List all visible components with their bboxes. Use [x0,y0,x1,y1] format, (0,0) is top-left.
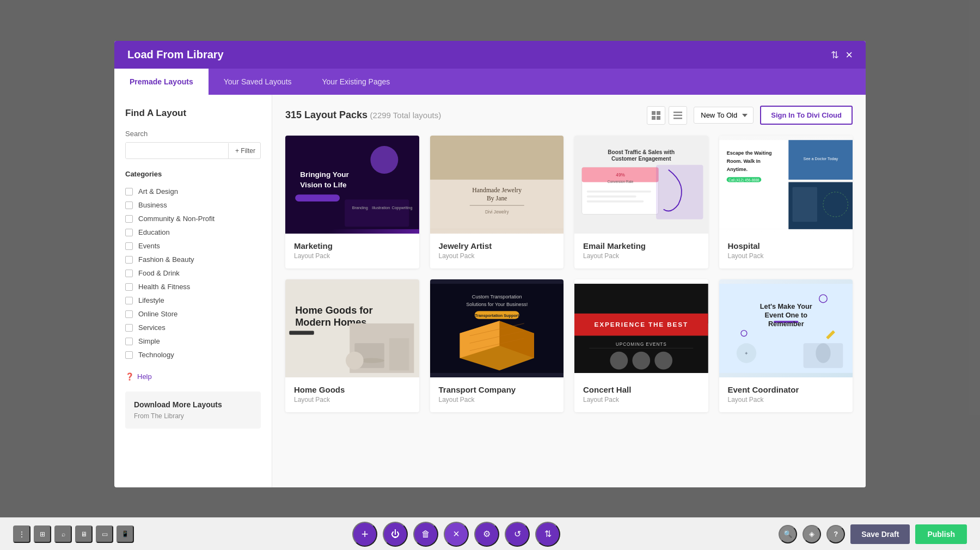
svg-text:Customer Engagement: Customer Engagement [611,156,671,162]
search-left-button[interactable]: ⌕ [54,525,72,543]
help-right-button[interactable]: ? [826,525,845,543]
category-item-community[interactable]: Community & Non-Profit [125,212,261,225]
card-body-email: Email Marketing Layout Pack [574,234,708,268]
category-item-online-store[interactable]: Online Store [125,307,261,321]
adjust-bottom-button[interactable]: ⇅ [535,522,560,547]
filter-button[interactable]: + Filter [228,143,261,158]
svg-rect-31 [587,200,644,203]
card-body-hospital: Hospital Layout Pack [719,234,853,268]
settings-button[interactable]: ⚙ [474,522,499,547]
close-icon[interactable]: × [846,49,853,61]
modal-overlay: Load From Library ⇅ × Premade Layouts Yo… [0,0,980,550]
card-name-marketing: Marketing [294,241,411,250]
tab-premade[interactable]: Premade Layouts [114,69,209,95]
category-checkbox-business[interactable] [125,201,133,209]
mobile-button[interactable]: 📱 [117,525,134,543]
card-body-marketing: Marketing Layout Pack [285,234,419,268]
category-checkbox-technology[interactable] [125,351,133,359]
svg-text:Vision to Life: Vision to Life [300,181,347,189]
card-marketing[interactable]: Bringing Your Vision to Life Branding Il… [285,136,419,268]
category-checkbox-education[interactable] [125,229,133,236]
category-item-health[interactable]: Health & Fitness [125,280,261,294]
svg-text:Custom Transportation: Custom Transportation [471,294,522,300]
tab-saved[interactable]: Your Saved Layouts [209,69,307,95]
card-hospital[interactable]: Escape the Waiting Room. Walk In Anytime… [719,136,853,268]
category-checkbox-online-store[interactable] [125,310,133,318]
dots-button[interactable]: ⋮ [13,525,30,543]
card-name-jewelry: Jewelry Artist [439,241,555,250]
x-button[interactable]: × [444,522,469,547]
card-email[interactable]: Boost Traffic & Sales with Customer Enga… [574,136,708,268]
save-draft-button[interactable]: Save Draft [850,524,910,544]
card-preview-marketing: Bringing Your Vision to Life Branding Il… [285,136,419,234]
list-icon [673,112,682,119]
category-checkbox-lifestyle[interactable] [125,297,133,304]
category-checkbox-health[interactable] [125,283,133,291]
tablet-button[interactable]: ▭ [96,525,113,543]
category-list: Art & Design Business Community & Non-Pr… [125,185,261,362]
help-link[interactable]: ❓ Help [125,372,261,381]
card-type-hospital: Layout Pack [728,252,844,260]
svg-text:UPCOMING EVENTS: UPCOMING EVENTS [616,342,667,347]
category-item-services[interactable]: Services [125,321,261,334]
category-item-simple[interactable]: Simple [125,334,261,348]
card-type-transport: Layout Pack [439,396,555,404]
trash-button[interactable]: 🗑 [413,522,438,547]
category-checkbox-services[interactable] [125,324,133,332]
power-button[interactable]: ⏻ [383,522,408,547]
card-event[interactable]: Let's Make Your Event One to Remember ✦ [719,279,853,412]
svg-rect-11 [295,194,340,201]
category-checkbox-food[interactable] [125,270,133,277]
categories-title: Categories [125,170,261,178]
search-right-button[interactable]: 🔍 [779,525,797,543]
adjust-icon[interactable]: ⇅ [831,49,839,61]
category-item-fashion[interactable]: Fashion & Beauty [125,253,261,266]
sort-select[interactable]: New To Old Old To New A to Z Z to A [694,107,754,124]
category-checkbox-simple[interactable] [125,338,133,345]
category-checkbox-community[interactable] [125,215,133,223]
svg-text:Illustration: Illustration [372,205,390,210]
category-checkbox-fashion[interactable] [125,256,133,264]
svg-point-74 [654,352,672,370]
add-button[interactable]: + [352,522,377,547]
publish-button[interactable]: Publish [915,524,967,544]
search-input[interactable] [126,143,228,158]
concert-preview-svg: EXPERIENCE THE BEST UPCOMING EVENTS [574,279,708,377]
card-transport[interactable]: Custom Transportation Solutions for Your… [430,279,564,412]
grid-view-button[interactable] [647,106,665,125]
list-view-button[interactable] [669,106,687,125]
category-item-events[interactable]: Events [125,239,261,253]
desktop-button[interactable]: 🖥 [75,525,93,543]
category-item-technology[interactable]: Technology [125,348,261,362]
search-label: Search [125,130,261,138]
svg-text:Divi Jewelry: Divi Jewelry [485,210,509,215]
category-item-art[interactable]: Art & Design [125,185,261,198]
sign-in-button[interactable]: Sign In To Divi Cloud [760,106,853,125]
card-homegoods[interactable]: Home Goods for Modern Homes [285,279,419,412]
tab-existing[interactable]: Your Existing Pages [307,69,406,95]
card-type-jewelry: Layout Pack [439,252,555,260]
category-checkbox-art[interactable] [125,188,133,195]
svg-point-86 [816,343,830,363]
total-layouts: (2299 Total layouts) [370,111,442,120]
svg-text:Solutions for Your Business!: Solutions for Your Business! [466,302,528,307]
card-concert[interactable]: EXPERIENCE THE BEST UPCOMING EVENTS [574,279,708,412]
card-name-hospital: Hospital [728,241,844,250]
card-body-jewelry: Jewelry Artist Layout Pack [430,234,564,268]
category-item-business[interactable]: Business [125,198,261,212]
category-item-education[interactable]: Education [125,225,261,239]
library-modal: Load From Library ⇅ × Premade Layouts Yo… [114,41,866,487]
card-body-transport: Transport Company Layout Pack [430,377,564,412]
svg-text:Boost Traffic & Sales with: Boost Traffic & Sales with [608,149,675,155]
svg-text:49%: 49% [616,173,624,178]
category-item-food[interactable]: Food & Drink [125,266,261,280]
category-item-lifestyle[interactable]: Lifestyle [125,294,261,307]
history-button[interactable]: ↺ [505,522,530,547]
packs-count: 315 Layout Packs [285,109,367,120]
layout-button[interactable]: ⊞ [34,525,51,543]
layers-button[interactable]: ◈ [803,525,821,543]
category-checkbox-events[interactable] [125,242,133,250]
layout-grid: Bringing Your Vision to Life Branding Il… [285,136,853,412]
modal-body: Find A Layout Search + Filter Categories… [114,95,866,487]
card-jewelry[interactable]: Handmade Jewelry By Jane Divi Jewelry Je… [430,136,564,268]
